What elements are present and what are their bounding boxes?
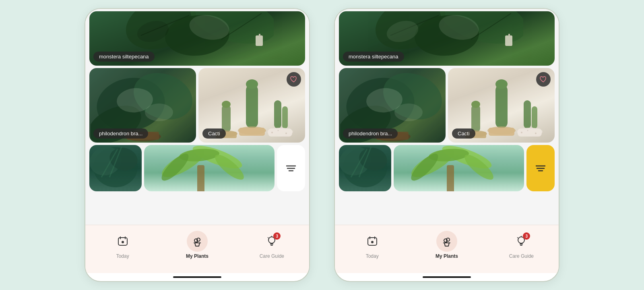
svg-rect-76 — [495, 84, 508, 128]
calendar-icon-right — [367, 236, 378, 246]
calendar-icon-left — [118, 236, 128, 246]
nav-today-icon-wrap-right — [362, 231, 383, 252]
phone-right: monstera siltepecana philodendr — [334, 8, 559, 282]
svg-point-79 — [471, 101, 480, 108]
heart-button-right[interactable] — [536, 72, 551, 87]
svg-rect-18 — [222, 104, 231, 133]
monstera-card-right[interactable]: monstera siltepecana — [339, 11, 555, 66]
nav-careguide-left[interactable]: 3 Care Guide — [256, 231, 288, 259]
svg-rect-80 — [524, 100, 531, 128]
plant-grid-left: monstera siltepecana — [85, 9, 309, 225]
row-1-left: monstera siltepecana — [89, 11, 305, 66]
svg-point-77 — [495, 79, 508, 89]
svg-rect-16 — [246, 84, 258, 128]
philodendron-card-left[interactable]: philodendron bra... — [89, 68, 196, 143]
phone-left: monstera siltepecana — [85, 8, 310, 282]
cactus-card-right[interactable]: Cacti — [448, 68, 555, 143]
plant-pot-icon-left — [192, 236, 203, 247]
cactus-card-left[interactable]: Cacti — [198, 68, 305, 143]
badge-careguide-right: 3 — [523, 232, 530, 240]
nav-today-label-left: Today — [116, 253, 129, 259]
svg-line-57 — [268, 238, 269, 238]
svg-rect-68 — [508, 34, 510, 36]
nav-today-left[interactable]: Today — [107, 231, 139, 259]
nav-today-icon-wrap-left — [112, 231, 133, 252]
philodendron-card-right[interactable]: philodendron bra... — [339, 68, 446, 143]
svg-rect-81 — [532, 106, 537, 128]
filter-button-right[interactable] — [526, 145, 555, 191]
svg-rect-8 — [259, 34, 260, 36]
palm-card-right[interactable] — [394, 145, 524, 191]
nav-myplants-icon-wrap-right — [436, 231, 457, 252]
dracaena-art-left — [89, 145, 142, 191]
monstera-label-left: monstera siltepecana — [93, 52, 155, 62]
heart-button-left[interactable] — [287, 72, 301, 87]
row-1-right: monstera siltepecana — [339, 11, 555, 66]
svg-point-89 — [527, 130, 528, 131]
svg-point-29 — [277, 130, 279, 131]
home-bar-left-wrap — [85, 273, 309, 281]
svg-point-17 — [246, 79, 258, 89]
bottom-nav-left: Today My Plants — [85, 225, 309, 273]
cactus-label-left: Cacti — [202, 128, 226, 139]
nav-careguide-right[interactable]: 3 Care Guide — [505, 231, 537, 259]
svg-rect-23 — [239, 128, 265, 136]
row-3-right — [339, 145, 555, 191]
bottom-nav-right: Today My Plants — [335, 225, 559, 273]
svg-point-108 — [371, 241, 374, 243]
home-bar-right — [423, 276, 471, 278]
nav-myplants-label-right: My Plants — [436, 253, 458, 259]
svg-point-88 — [521, 132, 522, 133]
svg-rect-36 — [197, 165, 204, 191]
svg-point-48 — [122, 241, 124, 243]
monstera-card-left[interactable]: monstera siltepecana — [89, 11, 305, 66]
svg-rect-96 — [447, 165, 454, 191]
nav-careguide-label-left: Care Guide — [260, 253, 284, 259]
nav-today-right[interactable]: Today — [356, 231, 388, 259]
palm-card-left[interactable] — [144, 145, 275, 191]
palm-art-right — [394, 145, 524, 191]
svg-point-30 — [285, 133, 287, 134]
monstera-label-right: monstera siltepecana — [343, 52, 404, 62]
cactus-label-right: Cacti — [452, 128, 475, 139]
svg-rect-83 — [489, 128, 514, 136]
plant-grid-right: monstera siltepecana philodendr — [335, 9, 559, 225]
row-2-right: philodendron bra... — [339, 68, 555, 143]
svg-point-19 — [222, 101, 231, 108]
nav-today-label-right: Today — [366, 253, 379, 259]
svg-rect-20 — [274, 100, 281, 128]
nav-myplants-left[interactable]: My Plants — [181, 231, 213, 259]
row-3-left — [89, 145, 305, 191]
dracaena-art-right — [339, 145, 391, 191]
home-bar-left — [173, 276, 221, 278]
philodendron-label-right: philodendron bra... — [343, 128, 398, 139]
row-2-left: philodendron bra... — [89, 68, 305, 143]
nav-careguide-icon-wrap-right: 3 — [511, 231, 532, 252]
palm-art-left — [144, 145, 275, 191]
nav-careguide-icon-wrap-left: 3 — [261, 231, 282, 252]
nav-careguide-label-right: Care Guide — [509, 253, 534, 259]
svg-rect-7 — [256, 35, 263, 46]
nav-myplants-right[interactable]: My Plants — [431, 231, 463, 259]
plant-pot-icon-right — [441, 236, 452, 247]
dracaena-card-left[interactable] — [89, 145, 142, 191]
svg-point-90 — [535, 133, 537, 134]
nav-myplants-label-left: My Plants — [186, 253, 208, 259]
svg-point-73 — [394, 104, 423, 121]
badge-careguide-left: 3 — [273, 232, 281, 240]
svg-point-13 — [145, 104, 173, 121]
filter-button-left[interactable] — [277, 145, 305, 191]
svg-rect-21 — [282, 106, 288, 128]
philodendron-label-left: philodendron bra... — [93, 128, 148, 139]
svg-rect-67 — [505, 35, 512, 46]
nav-myplants-icon-wrap-left — [187, 231, 208, 252]
svg-rect-78 — [471, 104, 480, 133]
svg-point-28 — [271, 132, 273, 133]
svg-line-117 — [518, 238, 518, 238]
home-bar-right-wrap — [335, 273, 559, 281]
dracaena-card-right[interactable] — [339, 145, 391, 191]
